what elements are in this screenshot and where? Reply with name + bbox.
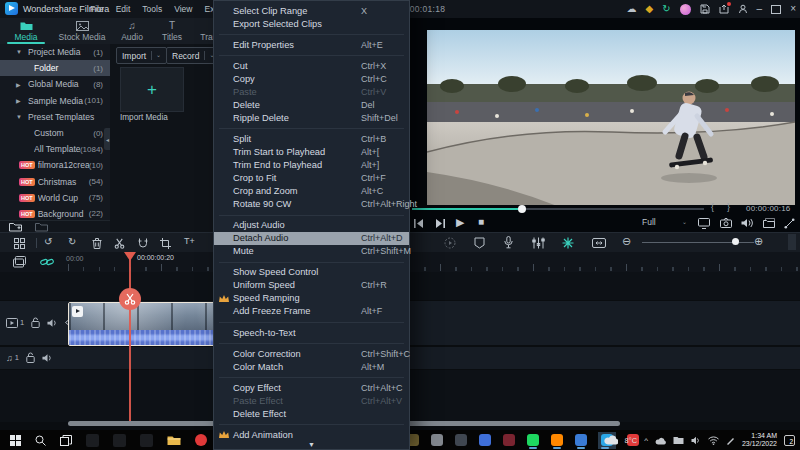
upgrade-diamond-icon[interactable]: ◆ — [646, 4, 654, 14]
preview-zoom-select[interactable]: Full — [642, 217, 656, 227]
mute-track-icon[interactable] — [42, 353, 53, 363]
context-menu-item[interactable]: Crop to Fit Ctrl+F — [214, 172, 409, 185]
menu-scroll-more-icon[interactable]: ▼ — [214, 441, 409, 448]
undo-button[interactable]: ↺ — [44, 236, 52, 247]
context-menu-item[interactable]: Paste Effect Ctrl+Alt+V — [214, 394, 409, 407]
weather-cloud-icon[interactable] — [604, 435, 618, 445]
context-menu-item[interactable]: Paste Ctrl+V — [214, 85, 409, 98]
tab-audio[interactable]: ♫ Audio — [112, 18, 152, 44]
marker-shield-icon[interactable] — [474, 237, 485, 249]
seek-bar[interactable] — [412, 208, 704, 210]
context-menu-item[interactable]: Rotate 90 CW Ctrl+Alt+Right — [214, 198, 409, 211]
start-button[interactable] — [10, 435, 21, 446]
tray-expand-caret[interactable]: ^ — [644, 436, 648, 445]
menubar-item[interactable]: View — [174, 4, 192, 14]
account-avatar[interactable] — [680, 4, 691, 15]
browser-app-icon[interactable] — [195, 434, 207, 446]
tree-item[interactable]: ▶ Sample Media (101) — [0, 93, 110, 109]
taskbar-app[interactable] — [574, 432, 588, 449]
previous-frame-button[interactable] — [414, 219, 424, 228]
play-button[interactable]: ▶ — [456, 216, 464, 228]
context-menu-item[interactable] — [214, 30, 409, 38]
tree-arrow[interactable]: ▼ — [16, 49, 28, 55]
context-menu-item[interactable]: Speech-to-Text — [214, 326, 409, 339]
notification-center-icon[interactable]: 2 — [784, 435, 795, 446]
chevron-down-icon[interactable]: ⌄ — [682, 218, 687, 225]
tray-folder-icon[interactable] — [673, 436, 684, 445]
context-menu-item[interactable]: Edit Properties Alt+E — [214, 38, 409, 51]
restore-button[interactable] — [771, 5, 781, 14]
context-menu-item[interactable]: Split Ctrl+B — [214, 132, 409, 145]
taskbar-app-dim[interactable] — [86, 434, 99, 447]
taskbar-app[interactable] — [502, 432, 516, 449]
next-frame-button[interactable] — [435, 219, 445, 228]
close-button[interactable]: × — [790, 4, 796, 14]
context-menu-item[interactable]: Ripple Delete Shift+Del — [214, 111, 409, 124]
context-menu-item[interactable] — [214, 124, 409, 132]
tab-stock-media[interactable]: Stock Media — [52, 18, 112, 44]
second-display-icon[interactable] — [698, 218, 710, 229]
tree-item[interactable]: HOT Christmas (54) — [0, 174, 110, 190]
network-wifi-icon[interactable] — [708, 436, 719, 445]
context-menu-item[interactable]: Adjust Audio — [214, 219, 409, 232]
menubar-item[interactable]: Edit — [116, 4, 131, 14]
tree-arrow[interactable]: ▼ — [16, 114, 28, 120]
context-menu-item[interactable]: Crop and Zoom Alt+C — [214, 185, 409, 198]
tree-item[interactable]: HOT filmora12create (10) — [0, 157, 110, 173]
context-menu-item[interactable]: Add Animation — [214, 428, 409, 441]
context-menu-item[interactable]: Color Correction Ctrl+Shift+C — [214, 347, 409, 360]
delete-trash-icon[interactable] — [92, 238, 102, 249]
taskbar-search-icon[interactable] — [35, 435, 46, 446]
context-menu-item[interactable]: Trim Start to Playhead Alt+[ — [214, 145, 409, 158]
voiceover-mic-icon[interactable] — [504, 236, 513, 249]
task-view-icon[interactable] — [60, 435, 72, 446]
minimize-button[interactable]: – — [757, 4, 763, 14]
tree-item[interactable]: ▼ Preset Templates — [0, 109, 110, 125]
menubar-item[interactable]: Tools — [142, 4, 162, 14]
taskbar-app[interactable] — [478, 432, 492, 449]
chevron-down-icon[interactable]: ⌄ — [151, 51, 161, 60]
context-menu-item[interactable] — [214, 339, 409, 347]
lock-track-icon[interactable] — [31, 317, 40, 328]
context-menu-item[interactable]: Export Selected Clips — [214, 17, 409, 30]
volume-icon[interactable] — [741, 218, 753, 228]
media-pool-icon[interactable] — [763, 218, 775, 228]
context-menu-item[interactable]: Copy Ctrl+C — [214, 72, 409, 85]
tray-volume-icon[interactable] — [691, 436, 701, 445]
clock[interactable]: 1:34 AM 23/12/2022 — [742, 432, 777, 448]
context-menu-item[interactable]: Detach Audio Ctrl+Alt+D — [214, 232, 409, 245]
menubar-item[interactable]: File — [90, 4, 104, 14]
tree-arrow[interactable]: ▶ — [16, 97, 28, 104]
context-menu-item[interactable] — [214, 258, 409, 266]
taskbar-app[interactable] — [430, 432, 444, 449]
taskbar-app[interactable] — [550, 432, 564, 449]
context-menu-item[interactable]: Uniform Speed Ctrl+R — [214, 279, 409, 292]
tree-item[interactable]: All Templates (1084) — [0, 141, 110, 157]
layout-grid-icon[interactable] — [14, 238, 25, 249]
mark-out-button[interactable]: } — [727, 202, 730, 212]
tree-item[interactable]: Folder (1) — [0, 60, 110, 76]
taskbar-app-dim[interactable] — [140, 434, 153, 447]
split-scissors-icon[interactable] — [114, 238, 125, 249]
context-menu-item[interactable] — [214, 373, 409, 381]
timeline-vertical-scrollbar[interactable] — [788, 234, 796, 250]
tree-arrow[interactable]: ▶ — [16, 81, 28, 88]
crop-icon[interactable] — [160, 238, 171, 249]
sync-icon[interactable]: ↻ — [662, 4, 670, 14]
zoom-out-button[interactable]: ⊖ — [622, 235, 631, 248]
taskbar-app[interactable] — [454, 432, 468, 449]
context-menu-item[interactable] — [214, 211, 409, 219]
playhead-marker[interactable] — [124, 252, 136, 261]
snapshot-camera-icon[interactable] — [720, 218, 732, 228]
tree-item[interactable]: ▶ Global Media (8) — [0, 76, 110, 92]
snapshot-stack-icon[interactable] — [13, 256, 26, 268]
context-menu-item[interactable] — [214, 420, 409, 428]
export-project-icon[interactable] — [719, 4, 729, 14]
add-text-icon[interactable]: T+ — [184, 236, 195, 246]
context-menu-item[interactable]: Delete Del — [214, 98, 409, 111]
context-menu-item[interactable]: Color Match Alt+M — [214, 360, 409, 373]
audio-mixer-icon[interactable] — [532, 237, 545, 249]
context-menu-item[interactable]: Copy Effect Ctrl+Alt+C — [214, 381, 409, 394]
context-menu-item[interactable]: Mute Ctrl+Shift+M — [214, 245, 409, 258]
cloud-icon[interactable]: ☁ — [627, 4, 637, 14]
